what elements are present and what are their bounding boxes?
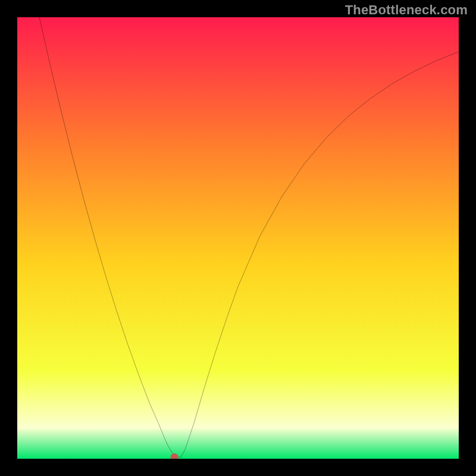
watermark-text: TheBottleneck.com bbox=[345, 2, 468, 18]
chart-frame: TheBottleneck.com bbox=[0, 0, 476, 476]
bottleneck-chart bbox=[17, 17, 459, 459]
